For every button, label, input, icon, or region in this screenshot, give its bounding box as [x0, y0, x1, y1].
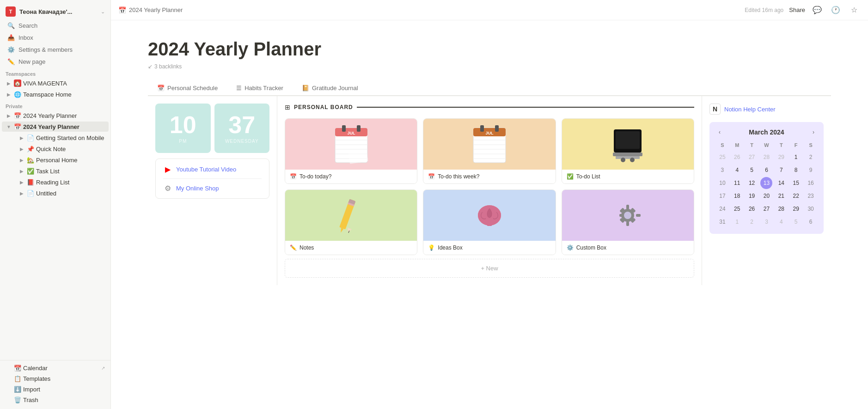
- ideas-box-footer-icon: 💡: [428, 244, 435, 251]
- calendar-cell[interactable]: 10: [716, 177, 728, 189]
- tabs: 📅 Personal Schedule ☰ Habits Tracker 📔 G…: [148, 81, 831, 95]
- calendar-cell[interactable]: 3: [716, 164, 728, 176]
- workspace-header[interactable]: T Теона Квачадзе'... ⌄: [0, 4, 110, 19]
- calendar-cell[interactable]: 12: [746, 177, 758, 189]
- calendar-cell[interactable]: 18: [731, 190, 743, 202]
- calendar-cell[interactable]: 8: [790, 164, 802, 176]
- calendar-cell[interactable]: 6: [760, 164, 772, 176]
- sidebar-item-planner2[interactable]: ▼ 📅 2024 Yearly Planner: [2, 122, 109, 132]
- sidebar-item-search[interactable]: 🔍 Search: [2, 20, 109, 31]
- calendar-cell[interactable]: 29: [790, 203, 802, 215]
- calendar-cell[interactable]: 2: [805, 151, 817, 163]
- clock-am-pm-label: PM: [179, 139, 187, 144]
- calendar-cell[interactable]: 30: [805, 203, 817, 215]
- sidebar-item-newpage[interactable]: ✏️ New page: [2, 56, 109, 67]
- card-todo-week[interactable]: JUL 📅 To-do this week?: [423, 118, 556, 184]
- calendar-cell[interactable]: 25: [716, 151, 728, 163]
- calendar-cell[interactable]: 16: [805, 177, 817, 189]
- calendar-cell[interactable]: 14: [775, 177, 787, 189]
- sidebar-item-getting-started[interactable]: ▶ 📄 Getting Started on Mobile: [2, 133, 109, 143]
- calendar-cell[interactable]: 23: [805, 190, 817, 202]
- sidebar-item-settings[interactable]: ⚙️ Settings & members: [2, 44, 109, 55]
- calendar-cell[interactable]: 29: [775, 151, 787, 163]
- tab-personal-schedule[interactable]: 📅 Personal Schedule: [148, 81, 227, 96]
- sidebar-bottom: ▶ 📆 Calendar ↗ ▶ 📋 Templates ▶ ⬇️ Import…: [0, 360, 110, 405]
- calendar-cell[interactable]: 28: [760, 151, 772, 163]
- shop-link-item[interactable]: ⚙ My Online Shop: [163, 183, 262, 193]
- clock-widget: 10 PM 37 WEDNESDAY: [155, 104, 269, 153]
- youtube-link-item[interactable]: ▶ Youtube Tutorial Video: [163, 165, 262, 174]
- pin-icon: 📌: [27, 145, 34, 153]
- card-todo-today[interactable]: JUL 📅 To-do today?: [285, 118, 417, 184]
- home-icon: 🏠: [14, 79, 21, 87]
- calendar-cell[interactable]: 2: [746, 216, 758, 228]
- calendar-cell[interactable]: 27: [746, 151, 758, 163]
- sidebar-item-task-list[interactable]: ▶ ✅ Task List: [2, 166, 109, 176]
- calendar-next-button[interactable]: ›: [809, 128, 818, 137]
- calendar-cell[interactable]: 28: [775, 203, 787, 215]
- tab-gratitude-journal[interactable]: 📔 Gratitude Journal: [293, 81, 367, 96]
- calendar-icon: 📆: [14, 364, 21, 372]
- right-panel: N Notion Help Center ‹ March 2024 › S M …: [702, 96, 831, 285]
- calendar-cell[interactable]: 5: [790, 216, 802, 228]
- notion-help-link[interactable]: Notion Help Center: [724, 106, 776, 113]
- svg-rect-3: [357, 125, 361, 132]
- calendar-cell[interactable]: 22: [790, 190, 802, 202]
- calendar-cell[interactable]: 27: [760, 203, 772, 215]
- sidebar-item-planner1[interactable]: ▶ 📅 2024 Yearly Planner: [2, 110, 109, 121]
- calendar-cell[interactable]: 5: [746, 164, 758, 176]
- sidebar-item-reading-list[interactable]: ▶ 📕 Reading List: [2, 177, 109, 187]
- calendar-cell[interactable]: 13: [760, 177, 772, 189]
- todo-week-footer-icon: 📅: [428, 173, 435, 180]
- task-list-label: Task List: [36, 168, 105, 175]
- calendar-cell[interactable]: 11: [731, 177, 743, 189]
- calendar-cell[interactable]: 31: [716, 216, 728, 228]
- calendar-cell[interactable]: 19: [746, 190, 758, 202]
- calendar-cell[interactable]: 25: [731, 203, 743, 215]
- card-todo-list[interactable]: ✅ To-do List: [562, 118, 694, 184]
- share-button[interactable]: Share: [789, 6, 805, 13]
- comment-button[interactable]: 💬: [811, 4, 824, 17]
- calendar-cell[interactable]: 26: [731, 151, 743, 163]
- private-section-label: Private: [0, 100, 110, 110]
- calendar-cell[interactable]: 3: [760, 216, 772, 228]
- calendar-cell[interactable]: 26: [746, 203, 758, 215]
- calendar-grid: 2526272829123456789101112131415161718192…: [715, 151, 818, 228]
- board-add-button[interactable]: + New: [285, 259, 694, 278]
- calendar-cell[interactable]: 4: [775, 216, 787, 228]
- sidebar-item-untitled[interactable]: ▶ 📄 Untitled: [2, 188, 109, 198]
- sidebar-item-import[interactable]: ▶ ⬇️ Import: [2, 384, 109, 394]
- card-custom-box[interactable]: ⚙️ Custom Box: [562, 189, 694, 255]
- favorite-button[interactable]: ☆: [848, 4, 861, 17]
- sidebar-item-teamspace-home[interactable]: ▶ 🌐 Teamspace Home: [2, 89, 109, 99]
- card-ideas-box[interactable]: 💡 Ideas Box: [423, 189, 556, 255]
- todo-today-footer-icon: 📅: [290, 173, 297, 180]
- calendar-cell[interactable]: 1: [731, 216, 743, 228]
- calendar-prev-button[interactable]: ‹: [715, 128, 724, 137]
- sidebar-item-trash[interactable]: ▶ 🗑️ Trash: [2, 395, 109, 405]
- calendar-cell[interactable]: 9: [805, 164, 817, 176]
- calendar-cell[interactable]: 15: [790, 177, 802, 189]
- tab-habits-tracker[interactable]: ☰ Habits Tracker: [227, 81, 293, 96]
- sidebar-item-calendar[interactable]: ▶ 📆 Calendar ↗: [2, 363, 109, 373]
- sidebar-item-quick-note[interactable]: ▶ 📌 Quick Note: [2, 144, 109, 154]
- history-button[interactable]: 🕐: [829, 4, 842, 17]
- calendar-cell[interactable]: 4: [731, 164, 743, 176]
- sidebar-item-templates[interactable]: ▶ 📋 Templates: [2, 373, 109, 384]
- calendar-cell[interactable]: 7: [775, 164, 787, 176]
- calendar-cell[interactable]: 6: [805, 216, 817, 228]
- calendar-cell[interactable]: 21: [775, 190, 787, 202]
- calendar-cell[interactable]: 1: [790, 151, 802, 163]
- card-notes[interactable]: ✏️ Notes: [285, 189, 417, 255]
- sidebar-item-personal-home[interactable]: ▶ 🏡 Personal Home: [2, 155, 109, 165]
- topbar-actions: Edited 16m ago Share 💬 🕐 ☆: [745, 4, 861, 17]
- calendar-cell[interactable]: 20: [760, 190, 772, 202]
- sidebar-item-viva-magenta[interactable]: ▶ 🏠 VIVA MAGENTA: [2, 78, 109, 88]
- backlinks[interactable]: ↙ 3 backlinks: [148, 63, 831, 70]
- svg-rect-2: [342, 125, 346, 132]
- calendar-cell[interactable]: 24: [716, 203, 728, 215]
- youtube-link[interactable]: Youtube Tutorial Video: [176, 166, 236, 173]
- sidebar-item-inbox[interactable]: 📥 Inbox: [2, 32, 109, 43]
- shop-link[interactable]: My Online Shop: [176, 185, 219, 192]
- calendar-cell[interactable]: 17: [716, 190, 728, 202]
